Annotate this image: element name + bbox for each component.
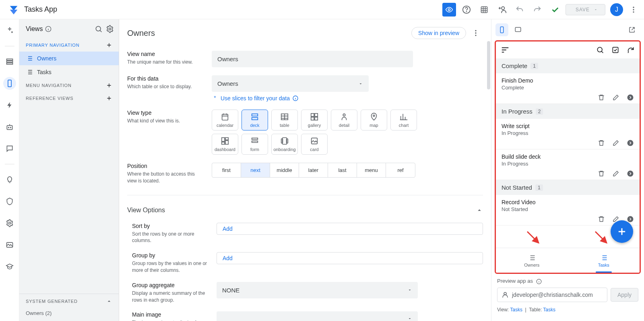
preview-tablet-tab[interactable] (512, 23, 524, 36)
table-link[interactable]: Tasks (543, 307, 555, 313)
plus-icon[interactable] (106, 95, 112, 101)
preview-phone-tab[interactable] (495, 23, 508, 36)
chevron-right-icon[interactable] (627, 170, 634, 177)
edit-icon[interactable] (612, 94, 619, 101)
apply-button[interactable]: Apply (611, 288, 638, 302)
svg-rect-39 (252, 141, 258, 143)
bottom-nav-owners[interactable]: Owners (496, 248, 568, 273)
help-icon[interactable] (459, 2, 474, 17)
view-type-card[interactable]: card (301, 134, 328, 155)
view-options-header[interactable]: View Options (119, 202, 491, 219)
position-later[interactable]: later (299, 163, 328, 177)
sort-icon[interactable] (501, 46, 510, 54)
position-next[interactable]: next (241, 163, 270, 177)
chevron-down-icon (407, 316, 412, 321)
rail-bulb-icon[interactable] (3, 173, 16, 186)
trash-icon[interactable] (598, 215, 605, 223)
show-in-preview-button[interactable]: Show in preview (411, 27, 466, 39)
view-type-dashboard[interactable]: dashboard (212, 134, 238, 155)
view-link[interactable]: Tasks (510, 307, 522, 313)
task-card[interactable]: Finish DemoComplete (496, 73, 640, 104)
group-by-label: Group by (132, 252, 208, 259)
slices-link[interactable]: Use slices to filter your data (212, 95, 483, 101)
sort-add-button[interactable]: Add (217, 223, 483, 235)
scrollbar[interactable] (487, 41, 490, 321)
open-external-icon[interactable] (625, 23, 638, 36)
plus-icon[interactable] (106, 82, 112, 89)
rail-shield-icon[interactable] (3, 195, 16, 208)
task-card[interactable]: Write scriptIn Progress (496, 119, 640, 149)
trash-icon[interactable] (598, 170, 605, 177)
info-icon[interactable] (45, 26, 52, 32)
main-image-select[interactable] (217, 311, 418, 321)
gear-icon[interactable] (106, 25, 114, 33)
view-type-detail[interactable]: detail (331, 110, 357, 130)
redo-icon[interactable] (530, 2, 545, 17)
fab-add[interactable] (611, 220, 633, 243)
system-sub-item[interactable]: Owners (2) (19, 309, 119, 321)
save-button[interactable]: SAVE (566, 4, 605, 15)
view-type-onboarding[interactable]: onboarding (271, 134, 298, 155)
avatar[interactable]: J (610, 3, 623, 16)
trash-icon[interactable] (598, 139, 605, 147)
views-item-owners[interactable]: Owners (19, 52, 119, 65)
view-type-chart[interactable]: chart (390, 110, 417, 130)
task-card[interactable]: Build slide deckIn Progress (496, 149, 640, 180)
view-type-deck[interactable]: deck (242, 110, 268, 130)
rail-grad-icon[interactable] (3, 260, 16, 273)
svg-rect-9 (6, 61, 12, 62)
preview-eye-button[interactable] (442, 3, 456, 17)
reference-views-header[interactable]: REFERENCE VIEWS (19, 92, 119, 105)
group-add-button[interactable]: Add (217, 252, 483, 264)
more-vert-icon[interactable] (469, 26, 483, 40)
position-middle[interactable]: middle (270, 163, 299, 177)
position-menu[interactable]: menu (357, 163, 386, 177)
search-icon[interactable] (95, 25, 103, 33)
checkbox-icon[interactable] (611, 46, 619, 54)
for-data-select[interactable]: Owners (212, 75, 369, 92)
rail-views-icon[interactable] (3, 77, 16, 90)
view-type-calendar[interactable]: calendar (212, 110, 238, 130)
svg-point-50 (627, 171, 634, 177)
more-vert-icon[interactable] (626, 2, 641, 17)
position-last[interactable]: last (328, 163, 357, 177)
rail-settings-icon[interactable] (3, 217, 16, 230)
position-ref[interactable]: ref (386, 163, 415, 177)
svg-rect-3 (481, 6, 487, 12)
preview-email-input[interactable]: jdeveloper@christianschalk.com (497, 288, 607, 302)
search-icon[interactable] (596, 46, 604, 54)
view-name-input[interactable]: Owners (212, 51, 413, 67)
svg-rect-38 (252, 138, 258, 140)
primary-nav-header[interactable]: PRIMARY NAVIGATION (19, 39, 119, 52)
rail-spark-icon[interactable] (3, 24, 16, 37)
undo-icon[interactable] (512, 2, 527, 17)
position-desc: Where the button to access this view is … (127, 171, 204, 184)
rail-image-icon[interactable] (3, 238, 16, 251)
view-type-map[interactable]: map (361, 110, 387, 130)
refresh-icon[interactable] (627, 46, 635, 54)
bottom-nav-tasks[interactable]: Tasks (568, 248, 640, 273)
rail-data-icon[interactable] (3, 55, 16, 68)
edit-icon[interactable] (612, 170, 619, 177)
view-type-gallery[interactable]: gallery (301, 110, 328, 130)
info-icon (292, 95, 299, 101)
views-item-tasks[interactable]: Tasks (19, 65, 119, 79)
chevron-right-icon[interactable] (627, 139, 634, 147)
rail-bolt-icon[interactable] (3, 99, 16, 112)
trash-icon[interactable] (598, 94, 605, 101)
chevron-right-icon[interactable] (627, 94, 634, 101)
system-generated-header[interactable]: SYSTEM GENERATED (19, 294, 119, 309)
edit-icon[interactable] (612, 139, 619, 147)
group-agg-select[interactable]: NONE (217, 282, 418, 298)
svg-rect-8 (6, 59, 12, 60)
rail-bot-icon[interactable] (3, 120, 16, 133)
grid-icon[interactable] (477, 2, 491, 17)
rail-chat-icon[interactable] (3, 142, 16, 155)
add-user-icon[interactable] (495, 2, 509, 17)
menu-nav-header[interactable]: MENU NAVIGATION (19, 79, 119, 92)
position-first[interactable]: first (212, 163, 241, 177)
view-type-table[interactable]: table (271, 110, 298, 130)
check-icon[interactable] (548, 2, 562, 17)
plus-icon[interactable] (106, 42, 112, 48)
view-type-form[interactable]: form (242, 134, 268, 155)
